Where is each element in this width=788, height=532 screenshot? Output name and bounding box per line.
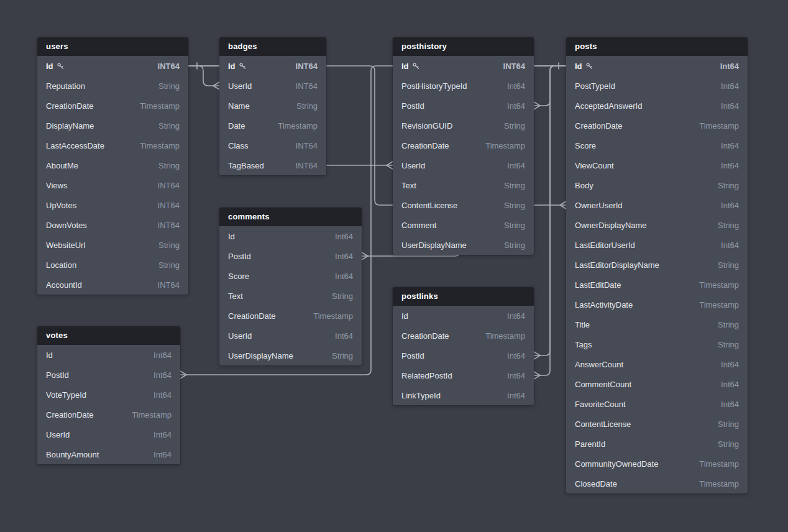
field-row-posts-AnswerCount[interactable]: AnswerCountInt64 [566, 354, 748, 374]
field-row-posts-ContentLicense[interactable]: ContentLicenseString [566, 414, 748, 434]
field-row-posts-Score[interactable]: ScoreInt64 [566, 135, 748, 155]
field-row-posts-LastEditorDisplayName[interactable]: LastEditorDisplayNameString [566, 255, 748, 275]
table-posthistory[interactable]: posthistory IdINT64PostHistoryTypeIdInt6… [393, 37, 534, 255]
field-name: RevisionGUID [401, 121, 452, 131]
field-row-postlinks-RelatedPostId[interactable]: RelatedPostIdInt64 [393, 365, 534, 385]
field-row-comments-CreationDate[interactable]: CreationDateTimestamp [219, 306, 362, 326]
field-row-posthistory-UserDisplayName[interactable]: UserDisplayNameString [393, 235, 534, 255]
field-row-users-Reputation[interactable]: ReputationString [37, 76, 188, 96]
field-type: Int64 [142, 390, 172, 400]
field-row-posts-PostTypeId[interactable]: PostTypeIdInt64 [566, 76, 748, 96]
field-name: Text [401, 181, 416, 190]
field-row-users-Location[interactable]: LocationString [37, 255, 188, 275]
field-row-posts-Title[interactable]: TitleString [566, 314, 748, 334]
field-row-users-AboutMe[interactable]: AboutMeString [37, 155, 188, 175]
field-name: Id [228, 232, 235, 241]
field-row-posts-LastActivityDate[interactable]: LastActivityDateTimestamp [566, 295, 748, 314]
field-row-posts-Id[interactable]: IdInt64 [566, 56, 748, 76]
field-type: INT64 [147, 221, 180, 230]
field-row-users-DownVotes[interactable]: DownVotesINT64 [37, 215, 188, 235]
field-row-badges-Class[interactable]: ClassINT64 [219, 135, 326, 155]
field-row-comments-UserDisplayName[interactable]: UserDisplayNameString [219, 346, 362, 365]
table-header-badges[interactable]: badges [219, 37, 326, 56]
field-row-users-UpVotes[interactable]: UpVotesINT64 [37, 195, 188, 215]
field-row-badges-Date[interactable]: DateTimestamp [219, 116, 326, 135]
field-row-posts-Tags[interactable]: TagsString [566, 334, 748, 354]
field-row-comments-Text[interactable]: TextString [219, 286, 362, 306]
field-row-votes-UserId[interactable]: UserIdInt64 [37, 424, 180, 444]
field-row-posts-OwnerDisplayName[interactable]: OwnerDisplayNameString [566, 215, 748, 235]
field-row-votes-BountyAmount[interactable]: BountyAmountInt64 [37, 444, 180, 464]
field-row-users-Views[interactable]: ViewsINT64 [37, 175, 188, 195]
field-type: String [147, 241, 180, 250]
field-row-users-CreationDate[interactable]: CreationDateTimestamp [37, 96, 188, 116]
field-row-posthistory-RevisionGUID[interactable]: RevisionGUIDString [393, 116, 534, 135]
field-row-posthistory-UserId[interactable]: UserIdInt64 [393, 155, 534, 175]
field-row-votes-PostId[interactable]: PostIdInt64 [37, 365, 180, 385]
field-row-badges-Name[interactable]: NameString [219, 96, 326, 116]
table-badges[interactable]: badges IdINT64UserIdINT64NameStringDateT… [219, 37, 326, 175]
field-row-posthistory-Text[interactable]: TextString [393, 175, 534, 195]
field-row-postlinks-Id[interactable]: IdInt64 [393, 306, 534, 326]
field-name: Score [228, 272, 249, 281]
field-row-comments-PostId[interactable]: PostIdInt64 [219, 246, 362, 266]
field-row-posts-ClosedDate[interactable]: ClosedDateTimestamp [566, 474, 748, 493]
table-header-comments[interactable]: comments [219, 208, 362, 226]
field-type: INT64 [147, 181, 180, 190]
field-type: String [493, 121, 525, 131]
field-name: CommunityOwnedDate [575, 459, 658, 469]
field-row-postlinks-LinkTypeId[interactable]: LinkTypeIdInt64 [393, 385, 534, 405]
field-row-posthistory-Id[interactable]: IdINT64 [393, 56, 534, 76]
table-header-votes[interactable]: votes [37, 326, 180, 345]
field-row-users-Id[interactable]: IdINT64 [37, 56, 188, 76]
table-header-posthistory[interactable]: posthistory [393, 37, 534, 56]
field-row-votes-Id[interactable]: IdInt64 [37, 345, 180, 365]
table-users[interactable]: users IdINT64ReputationStringCreationDat… [37, 37, 188, 295]
field-row-posts-CommentCount[interactable]: CommentCountInt64 [566, 374, 748, 394]
field-row-posts-LastEditDate[interactable]: LastEditDateTimestamp [566, 275, 748, 295]
field-row-posthistory-CreationDate[interactable]: CreationDateTimestamp [393, 135, 534, 155]
field-row-votes-CreationDate[interactable]: CreationDateTimestamp [37, 405, 180, 424]
table-postlinks[interactable]: postlinks IdInt64CreationDateTimestampPo… [393, 287, 534, 405]
field-row-posts-Body[interactable]: BodyString [566, 175, 748, 195]
field-row-comments-Score[interactable]: ScoreInt64 [219, 266, 362, 286]
field-row-posts-LastEditorUserId[interactable]: LastEditorUserIdInt64 [566, 235, 748, 255]
field-row-comments-UserId[interactable]: UserIdInt64 [219, 326, 362, 346]
field-row-badges-Id[interactable]: IdINT64 [219, 56, 326, 76]
field-row-users-DisplayName[interactable]: DisplayNameString [37, 116, 188, 135]
field-row-badges-UserId[interactable]: UserIdINT64 [219, 76, 326, 96]
relationship-users.Id-badges.UserId[interactable] [188, 63, 219, 89]
field-name: AcceptedAnswerId [575, 101, 642, 111]
field-row-posts-ParentId[interactable]: ParentIdString [566, 434, 748, 454]
table-header-users[interactable]: users [37, 37, 188, 56]
field-row-votes-VoteTypeId[interactable]: VoteTypeIdInt64 [37, 385, 180, 405]
field-row-comments-Id[interactable]: IdInt64 [219, 226, 362, 246]
field-row-posthistory-Comment[interactable]: CommentString [393, 215, 534, 235]
field-row-posts-OwnerUserId[interactable]: OwnerUserIdInt64 [566, 195, 748, 215]
field-name: Comment [401, 221, 436, 230]
field-row-posts-ViewCount[interactable]: ViewCountInt64 [566, 155, 748, 175]
field-row-postlinks-CreationDate[interactable]: CreationDateTimestamp [393, 326, 534, 346]
table-comments[interactable]: comments IdInt64PostIdInt64ScoreInt64Tex… [219, 208, 362, 365]
diagram-canvas[interactable]: users IdINT64ReputationStringCreationDat… [0, 0, 788, 532]
field-row-postlinks-PostId[interactable]: PostIdInt64 [393, 346, 534, 365]
field-row-posts-FavoriteCount[interactable]: FavoriteCountInt64 [566, 394, 748, 414]
table-header-posts[interactable]: posts [566, 37, 748, 56]
table-votes[interactable]: votes IdInt64PostIdInt64VoteTypeIdInt64C… [37, 326, 180, 464]
field-row-users-AccountId[interactable]: AccountIdINT64 [37, 275, 188, 295]
field-row-posts-CreationDate[interactable]: CreationDateTimestamp [566, 116, 748, 135]
field-row-posthistory-PostHistoryTypeId[interactable]: PostHistoryTypeIdInt64 [393, 76, 534, 96]
field-row-users-WebsiteUrl[interactable]: WebsiteUrlString [37, 235, 188, 255]
field-name: FavoriteCount [575, 400, 626, 409]
field-row-badges-TagBased[interactable]: TagBasedINT64 [219, 155, 326, 175]
field-row-posthistory-ContentLicense[interactable]: ContentLicenseString [393, 195, 534, 215]
field-row-users-LastAccessDate[interactable]: LastAccessDateTimestamp [37, 135, 188, 155]
relationship-postlinks.RelatedPostId-posts.Id[interactable] [534, 66, 566, 379]
field-type: Timestamp [688, 121, 739, 131]
field-row-posthistory-PostId[interactable]: PostIdInt64 [393, 96, 534, 116]
field-type: Timestamp [129, 141, 180, 150]
field-row-posts-AcceptedAnswerId[interactable]: AcceptedAnswerIdInt64 [566, 96, 748, 116]
table-posts[interactable]: posts IdInt64PostTypeIdInt64AcceptedAnsw… [566, 37, 748, 493]
table-header-postlinks[interactable]: postlinks [393, 287, 534, 306]
field-row-posts-CommunityOwnedDate[interactable]: CommunityOwnedDateTimestamp [566, 454, 748, 474]
